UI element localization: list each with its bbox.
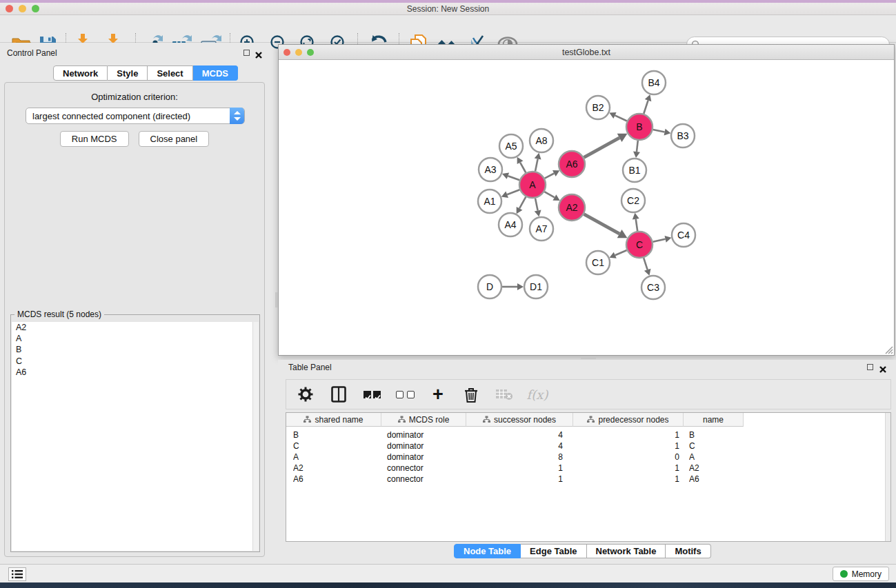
column-header-successor-nodes[interactable]: successor nodes: [466, 413, 573, 427]
mcds-result-list[interactable]: A2 A B C A6: [12, 322, 252, 551]
tab-network-table[interactable]: Network Table: [587, 544, 666, 558]
tab-style[interactable]: Style: [108, 65, 148, 81]
graph-edge-A-A7[interactable]: [535, 199, 538, 211]
graph-node-label-A1: A1: [484, 196, 495, 207]
graph-node-label-C2: C2: [627, 195, 639, 206]
tab-node-table[interactable]: Node Table: [454, 544, 521, 558]
table-scrollbar[interactable]: [885, 413, 890, 541]
tab-network[interactable]: Network: [53, 65, 108, 81]
cell-mcds-role: dominator: [387, 452, 464, 463]
graph-edge-A2-C[interactable]: [584, 214, 620, 234]
optimization-criterion-select[interactable]: largest connected component (directed): [26, 108, 245, 124]
network-canvas[interactable]: B4B2BB3A8A5A6A3B1AA1C2A2A4A7C4CC1C3DD1: [279, 60, 894, 355]
graph-edge-A-A6[interactable]: [545, 174, 555, 179]
column-header-mcds-role[interactable]: MCDS role: [381, 413, 466, 427]
network-window-titlebar[interactable]: testGlobe.txt: [279, 45, 894, 60]
graph-node-label-A7: A7: [535, 223, 547, 234]
run-mcds-button[interactable]: Run MCDS: [60, 131, 129, 147]
graph-edge-B-B4[interactable]: [644, 101, 648, 114]
app-titlebar[interactable]: Session: New Session: [0, 3, 896, 15]
table-row[interactable]: A6 connector 1 1 A6: [286, 474, 890, 485]
table-row[interactable]: C dominator 4 1 C: [286, 440, 890, 452]
vertical-splitter-handle[interactable]: [275, 292, 278, 307]
tab-select[interactable]: Select: [148, 65, 192, 81]
result-scrollbar[interactable]: [252, 322, 259, 551]
column-header-shared-name[interactable]: shared name: [286, 413, 381, 427]
column-label: successor nodes: [494, 415, 556, 425]
mcds-tab-content: Optimization criterion: largest connecte…: [4, 82, 265, 557]
graph-edge-A-A2[interactable]: [544, 192, 555, 197]
graph-node-label-D: D: [486, 281, 493, 292]
column-header-name[interactable]: name: [684, 413, 744, 427]
mcds-result-title: MCDS result (5 nodes): [14, 310, 104, 319]
graph-node-label-A5: A5: [505, 141, 517, 152]
graph-edge-B-B2[interactable]: [615, 115, 626, 121]
column-label: predecessor nodes: [598, 415, 668, 425]
graph-node-label-B2: B2: [592, 102, 604, 113]
result-item[interactable]: C: [12, 356, 252, 367]
cell-shared-name: A6: [293, 474, 379, 485]
table-row[interactable]: A2 connector 1 1 A2: [286, 463, 890, 474]
show-columns-icon[interactable]: [329, 385, 348, 404]
table-row[interactable]: A dominator 8 0 A: [286, 452, 890, 463]
network-graph[interactable]: B4B2BB3A8A5A6A3B1AA1C2A2A4A7C4CC1C3DD1: [279, 60, 894, 355]
float-table-panel-icon[interactable]: [867, 364, 873, 370]
show-panels-button[interactable]: [8, 567, 26, 581]
function-builder-icon-disabled: f(x): [528, 385, 547, 404]
dropdown-stepper[interactable]: [230, 108, 244, 124]
graph-edge-arrow: [517, 283, 524, 290]
graph-edge-C-C4[interactable]: [653, 239, 666, 242]
graph-edge-A-A8[interactable]: [535, 159, 538, 171]
deselect-all-columns-icon[interactable]: [395, 385, 415, 404]
select-all-columns-icon[interactable]: [362, 385, 381, 404]
close-panel-icon[interactable]: [255, 49, 262, 61]
memory-button[interactable]: Memory: [833, 567, 889, 581]
dropdown-selected-value: largest connected component (directed): [32, 111, 190, 121]
graph-edge-B-B1[interactable]: [637, 141, 638, 152]
control-panel-tabs: Network Style Select MCDS: [53, 65, 238, 81]
close-panel-button[interactable]: Close panel: [139, 131, 210, 147]
graph-edge-A-A1[interactable]: [507, 190, 519, 194]
result-item[interactable]: A6: [12, 367, 252, 378]
graph-edge-C-C1[interactable]: [615, 250, 627, 255]
node-table[interactable]: shared name MCDS role successor nodes pr…: [286, 412, 891, 542]
graph-node-label-D1: D1: [530, 281, 542, 292]
graph-edge-A-A5[interactable]: [520, 163, 526, 173]
tab-motifs[interactable]: Motifs: [666, 544, 710, 558]
column-label: shared name: [315, 415, 363, 425]
control-panel-title: Control Panel: [7, 48, 57, 58]
delete-column-icon[interactable]: [461, 385, 481, 404]
graph-edge-A-A4[interactable]: [519, 197, 526, 209]
graph-edge-C-C3[interactable]: [644, 258, 648, 270]
graph-edge-arrow: [633, 213, 639, 220]
column-header-predecessor-nodes[interactable]: predecessor nodes: [573, 413, 684, 427]
cell-predecessor-nodes: 1: [573, 474, 679, 485]
graph-edge-C-C2[interactable]: [636, 219, 637, 231]
mcds-result-group: MCDS result (5 nodes) A2 A B C A6: [10, 314, 260, 552]
cell-name: A: [689, 452, 744, 463]
graph-edge-A6-B[interactable]: [584, 138, 620, 157]
result-item[interactable]: A: [12, 333, 252, 344]
tab-mcds[interactable]: MCDS: [193, 65, 238, 81]
graph-node-label-C4: C4: [677, 230, 690, 241]
graph-edge-A-A3[interactable]: [508, 176, 519, 180]
graph-node-label-B4: B4: [648, 77, 659, 88]
horizontal-splitter-handle[interactable]: [581, 356, 596, 359]
float-panel-icon[interactable]: [243, 50, 250, 56]
cell-name: B: [689, 429, 744, 440]
create-column-icon[interactable]: +: [428, 385, 448, 404]
graph-edge-B-B3[interactable]: [653, 130, 665, 132]
graph-edge-arrow: [664, 129, 671, 136]
table-row[interactable]: B dominator 4 1 B: [286, 429, 890, 440]
tab-edge-table[interactable]: Edge Table: [521, 544, 586, 558]
cell-successor-nodes: 1: [466, 474, 563, 485]
resize-grip-icon[interactable]: [884, 345, 893, 354]
result-item[interactable]: B: [12, 344, 252, 355]
cell-successor-nodes: 8: [466, 452, 563, 463]
table-settings-gear-icon[interactable]: [296, 385, 315, 404]
graph-edge-arrow: [535, 210, 541, 217]
cell-predecessor-nodes: 1: [573, 463, 679, 474]
cell-predecessor-nodes: 1: [573, 429, 679, 440]
close-table-panel-icon[interactable]: [879, 363, 886, 376]
result-item[interactable]: A2: [12, 322, 252, 333]
